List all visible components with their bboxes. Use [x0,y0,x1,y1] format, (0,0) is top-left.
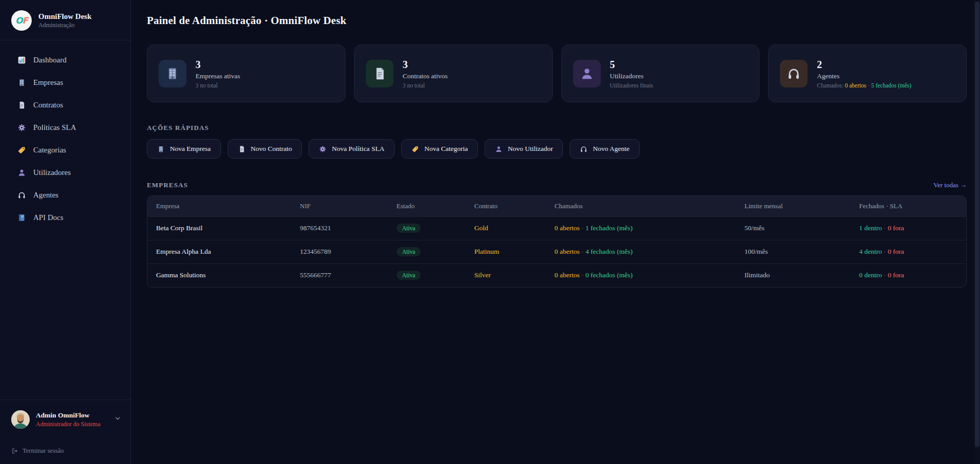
sla-outside: 0 fora [888,271,904,279]
button-label: Novo Contrato [251,145,292,153]
separator: · [884,224,886,232]
stat-sublabel: 3 no total [195,82,240,89]
sidebar-item-label: Dashboard [33,56,67,64]
logout-icon [11,448,18,454]
novo-agente-button[interactable]: Novo Agente [570,139,640,159]
nova-empresa-button[interactable]: Nova Empresa [147,139,221,159]
user-icon [495,145,503,153]
novo-contrato-button[interactable]: Novo Contrato [228,139,302,159]
sidebar-item-utilizadores[interactable]: Utilizadores [0,161,130,184]
logout-button[interactable]: Terminar sessão [0,434,130,464]
tickets-open: 0 abertos [555,248,580,255]
sla-within: 0 dentro [859,271,882,279]
gear-icon [17,123,26,132]
monthly-limit: 100/mês [739,240,854,263]
sidebar-item-label: Empresas [33,78,63,87]
view-all-link[interactable]: Ver todas → [933,181,967,189]
companies-title: EMPRESAS [147,181,188,189]
stat-card-empresas: 3 Empresas ativas 3 no total [147,45,345,102]
sidebar-item-empresas[interactable]: Empresas [0,71,130,94]
headphones-icon [17,191,26,200]
stat-label: Utilizadores [610,72,654,80]
sla-cell: 0 dentro · 0 fora [854,263,966,287]
col-limite-mensal: Limite mensal [739,196,854,216]
contract-tier: Silver [469,263,550,287]
tickets-closed: 1 fechados (mês) [585,224,633,232]
sla-cell: 1 dentro · 0 fora [854,216,966,240]
sidebar-item-politicas-sla[interactable]: Políticas SLA [0,116,130,139]
sla-outside: 0 fora [888,224,904,232]
nova-politica-sla-button[interactable]: Nova Política SLA [309,139,395,159]
user-icon [17,168,26,177]
brand-subtitle: Administração [38,21,92,30]
tickets-cell: 0 abertos · 1 fechados (mês) [550,216,739,240]
table-row[interactable]: Beta Corp Brasil 987654321 Ativa Gold 0 … [147,216,966,240]
chamados-fechados: 5 fechados (mês) [871,82,911,89]
page-title: Painel de Administração · OmniFlow Desk [147,14,967,27]
company-nif: 123456789 [295,240,391,263]
status-badge: Ativa [397,247,421,256]
table-header-row: Empresa NIF Estado Contrato Chamados Lim… [147,196,966,216]
tickets-open: 0 abertos [555,224,580,232]
sidebar-item-categorias[interactable]: Categorias [0,139,130,161]
quick-actions-title: AÇÕES RÁPIDAS [147,124,967,132]
stat-value: 3 [195,59,240,71]
document-icon [366,60,394,87]
status-badge: Ativa [397,271,421,280]
sidebar-item-api-docs[interactable]: API Docs [0,206,130,229]
tickets-open: 0 abertos [555,271,580,279]
button-label: Nova Política SLA [332,145,384,153]
sidebar-item-label: Categorias [33,146,66,154]
stat-card-agentes: 2 Agentes Chamados: 0 abertos · 5 fechad… [768,45,967,102]
stat-value: 5 [610,59,654,71]
scrollbar-thumb[interactable] [975,2,979,447]
gear-icon [319,145,326,153]
monthly-limit: 50/mês [739,216,854,240]
button-label: Nova Empresa [170,145,211,153]
chamados-prefix: Chamados: [817,82,843,89]
monthly-limit: Ilimitado [739,263,854,287]
stats-grid: 3 Empresas ativas 3 no total 3 Contratos… [147,45,967,102]
col-estado: Estado [391,196,469,216]
sla-within: 4 dentro [859,248,882,255]
sidebar-item-agentes[interactable]: Agentes [0,184,130,206]
separator: · [581,271,584,279]
document-icon [238,145,246,153]
nova-categoria-button[interactable]: Nova Categoria [401,139,478,159]
sla-cell: 4 dentro · 0 fora [854,240,966,263]
logo-letter-o: O [15,15,22,26]
table-row[interactable]: Empresa Alpha Lda 123456789 Ativa Platin… [147,240,966,263]
user-menu[interactable]: Admin OmniFlow Administrador do Sistema [0,400,130,434]
building-icon [157,145,165,153]
logo-letter-f: F [22,15,28,26]
sidebar-item-label: Agentes [33,191,58,200]
tickets-cell: 0 abertos · 0 fechados (mês) [550,263,739,287]
stat-card-utilizadores: 5 Utilizadores Utilizadores finais [561,45,760,102]
tickets-closed: 4 fechados (mês) [585,248,633,255]
company-name: Gamma Solutions [147,263,295,287]
separator: · [581,248,584,255]
sidebar-item-label: API Docs [33,213,63,222]
avatar [11,410,30,429]
building-icon [159,60,186,87]
sla-outside: 0 fora [888,248,904,255]
col-empresa: Empresa [147,196,295,216]
separator: · [868,82,870,89]
table-row[interactable]: Gamma Solutions 555666777 Ativa Silver 0… [147,263,966,287]
stat-sublabel: Utilizadores finais [610,82,654,89]
stat-sublabel: 3 no total [403,82,448,89]
sidebar-nav: Dashboard Empresas Contratos Políticas S… [0,40,130,229]
stat-card-contratos: 3 Contratos ativos 3 no total [354,45,553,102]
app-logo: OF [11,10,32,31]
scrollbar[interactable] [974,0,980,464]
user-role: Administrador do Sistema [36,421,108,428]
brand: OF OmniFlow Desk Administração [0,0,130,40]
novo-utilizador-button[interactable]: Novo Utilizador [485,139,563,159]
company-name: Beta Corp Brasil [147,216,295,240]
stat-sublabel: Chamados: 0 abertos · 5 fechados (mês) [817,82,911,89]
chamados-abertos: 0 abertos [845,82,866,89]
book-icon [17,213,26,222]
chevron-down-icon[interactable] [114,415,121,424]
sidebar-item-dashboard[interactable]: Dashboard [0,49,130,71]
sidebar-item-contratos[interactable]: Contratos [0,94,130,116]
